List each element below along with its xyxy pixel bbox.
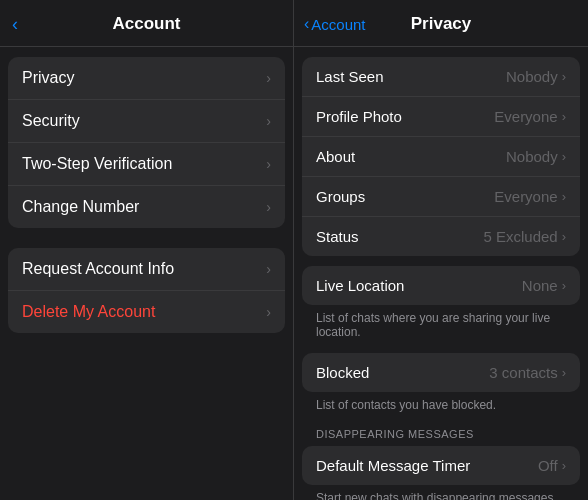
- left-section-1: Privacy › Security › Two-Step Verificati…: [8, 57, 285, 228]
- right-item-blocked[interactable]: Blocked 3 contacts ›: [302, 353, 580, 392]
- left-back-arrow[interactable]: ‹: [12, 14, 18, 35]
- left-item-request-account-label: Request Account Info: [22, 260, 174, 278]
- chevron-icon: ›: [266, 199, 271, 215]
- right-item-groups[interactable]: Groups Everyone ›: [302, 177, 580, 217]
- right-item-profile-photo-value: Everyone: [494, 108, 557, 125]
- back-chevron-icon: ‹: [304, 15, 309, 33]
- live-location-note: List of chats where you are sharing your…: [302, 305, 580, 347]
- right-item-last-seen-value: Nobody: [506, 68, 558, 85]
- right-section-disappearing: Default Message Timer Off ›: [302, 446, 580, 485]
- right-item-status-label: Status: [316, 228, 359, 245]
- right-item-about[interactable]: About Nobody ›: [302, 137, 580, 177]
- right-item-live-location-value: None: [522, 277, 558, 294]
- right-back-button[interactable]: ‹ Account: [304, 15, 366, 33]
- chevron-icon: ›: [562, 458, 566, 473]
- left-item-two-step[interactable]: Two-Step Verification ›: [8, 143, 285, 186]
- disappearing-messages-header: DISAPPEARING MESSAGES: [302, 420, 588, 444]
- chevron-icon: ›: [562, 229, 566, 244]
- chevron-icon: ›: [266, 304, 271, 320]
- right-item-blocked-label: Blocked: [316, 364, 369, 381]
- right-back-label: Account: [311, 16, 365, 33]
- right-item-profile-photo-label: Profile Photo: [316, 108, 402, 125]
- right-item-default-timer-value: Off: [538, 457, 558, 474]
- chevron-icon: ›: [266, 70, 271, 86]
- chevron-icon: ›: [562, 278, 566, 293]
- left-item-two-step-label: Two-Step Verification: [22, 155, 172, 173]
- right-item-default-timer-value-row: Off ›: [538, 457, 566, 474]
- right-section-blocked: Blocked 3 contacts ›: [302, 353, 580, 392]
- chevron-icon: ›: [562, 365, 566, 380]
- chevron-icon: ›: [266, 156, 271, 172]
- left-header: ‹ Account: [0, 0, 293, 47]
- right-item-status-value: 5 Excluded: [483, 228, 557, 245]
- chevron-icon: ›: [266, 261, 271, 277]
- right-item-live-location-value-row: None ›: [522, 277, 566, 294]
- right-item-blocked-value: 3 contacts: [489, 364, 557, 381]
- left-item-security-label: Security: [22, 112, 80, 130]
- right-item-status-value-row: 5 Excluded ›: [483, 228, 566, 245]
- right-item-profile-photo[interactable]: Profile Photo Everyone ›: [302, 97, 580, 137]
- left-section-2: Request Account Info › Delete My Account…: [8, 248, 285, 333]
- right-item-groups-value: Everyone: [494, 188, 557, 205]
- right-item-last-seen-value-row: Nobody ›: [506, 68, 566, 85]
- right-item-live-location-label: Live Location: [316, 277, 404, 294]
- right-item-groups-value-row: Everyone ›: [494, 188, 566, 205]
- left-panel-title: Account: [113, 14, 181, 34]
- right-item-default-timer-label: Default Message Timer: [316, 457, 470, 474]
- right-item-profile-photo-value-row: Everyone ›: [494, 108, 566, 125]
- chevron-icon: ›: [562, 109, 566, 124]
- right-item-about-value-row: Nobody ›: [506, 148, 566, 165]
- right-header: ‹ Account Privacy: [294, 0, 588, 47]
- left-item-privacy[interactable]: Privacy ›: [8, 57, 285, 100]
- right-panel: ‹ Account Privacy Last Seen Nobody › Pro…: [294, 0, 588, 500]
- right-item-about-label: About: [316, 148, 355, 165]
- left-item-request-account[interactable]: Request Account Info ›: [8, 248, 285, 291]
- right-item-default-timer[interactable]: Default Message Timer Off ›: [302, 446, 580, 485]
- chevron-icon: ›: [266, 113, 271, 129]
- left-item-delete-account-label: Delete My Account: [22, 303, 155, 321]
- chevron-icon: ›: [562, 149, 566, 164]
- left-panel: ‹ Account Privacy › Security › Two-Step …: [0, 0, 294, 500]
- chevron-icon: ›: [562, 69, 566, 84]
- left-item-change-number[interactable]: Change Number ›: [8, 186, 285, 228]
- blocked-note: List of contacts you have blocked.: [302, 392, 580, 420]
- left-item-change-number-label: Change Number: [22, 198, 139, 216]
- right-item-about-value: Nobody: [506, 148, 558, 165]
- right-item-blocked-value-row: 3 contacts ›: [489, 364, 566, 381]
- right-section-location: Live Location None ›: [302, 266, 580, 305]
- left-item-security[interactable]: Security ›: [8, 100, 285, 143]
- chevron-icon: ›: [562, 189, 566, 204]
- right-section-privacy: Last Seen Nobody › Profile Photo Everyon…: [302, 57, 580, 256]
- left-item-delete-account[interactable]: Delete My Account ›: [8, 291, 285, 333]
- right-panel-title: Privacy: [411, 14, 472, 34]
- right-item-last-seen[interactable]: Last Seen Nobody ›: [302, 57, 580, 97]
- right-item-live-location[interactable]: Live Location None ›: [302, 266, 580, 305]
- right-item-status[interactable]: Status 5 Excluded ›: [302, 217, 580, 256]
- disappearing-note: Start new chats with disappearing messag…: [302, 485, 580, 500]
- right-item-groups-label: Groups: [316, 188, 365, 205]
- right-item-last-seen-label: Last Seen: [316, 68, 384, 85]
- left-item-privacy-label: Privacy: [22, 69, 74, 87]
